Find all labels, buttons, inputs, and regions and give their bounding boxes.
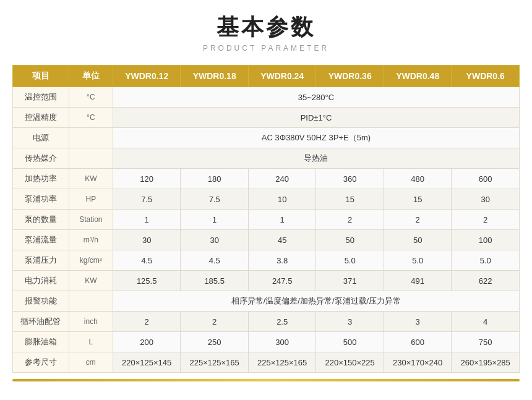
row-6-cell-2: 1 (248, 210, 316, 230)
row-4-cell-1: 180 (181, 169, 249, 189)
table-body: 温控范围°C35~280°C控温精度°CPID±1°C电源AC 3Φ380V 5… (13, 87, 520, 373)
row-5-cell-5: 30 (452, 189, 520, 210)
row-8-cell-2: 3.8 (248, 250, 316, 271)
header-cell-4: YWDR0.24 (248, 66, 316, 87)
row-13-cell-5: 260×195×285 (452, 352, 520, 373)
row-7-cell-0: 30 (113, 230, 181, 250)
row-12-cell-5: 750 (452, 332, 520, 352)
row-unit-11: inch (69, 312, 113, 332)
row-6-cell-1: 1 (181, 210, 249, 230)
row-5-cell-0: 7.5 (113, 189, 181, 210)
table-row: 电力消耗KW125.5185.5247.5371491622 (13, 271, 520, 291)
row-13-cell-3: 220×150×225 (316, 352, 384, 373)
table-row: 循环油配管inch222.5334 (13, 312, 520, 332)
table-row: 膨胀油箱L200250300500600750 (13, 332, 520, 352)
row-7-cell-1: 30 (181, 230, 249, 250)
row-label-11: 循环油配管 (13, 312, 69, 332)
header-cell-7: YWDR0.6 (452, 66, 520, 87)
row-6-cell-3: 2 (316, 210, 384, 230)
row-unit-7: m³/h (69, 230, 113, 250)
header-cell-0: 项目 (13, 66, 69, 87)
row-4-cell-3: 360 (316, 169, 384, 189)
header-cell-6: YWDR0.48 (384, 66, 452, 87)
row-8-cell-4: 5.0 (384, 250, 452, 271)
row-5-cell-4: 15 (384, 189, 452, 210)
row-label-9: 电力消耗 (13, 271, 69, 291)
row-9-cell-2: 247.5 (248, 271, 316, 291)
row-11-cell-0: 2 (113, 312, 181, 332)
header-cell-5: YWDR0.36 (316, 66, 384, 87)
row-label-7: 泵浦流量 (13, 230, 69, 250)
row-unit-4: KW (69, 169, 113, 189)
row-12-cell-4: 600 (384, 332, 452, 352)
table-row: 报警功能相序异常/温度偏差/加热异常/泵浦过载/压力异常 (13, 291, 520, 312)
row-12-cell-1: 250 (181, 332, 249, 352)
row-unit-0: °C (69, 87, 113, 108)
row-9-cell-4: 491 (384, 271, 452, 291)
row-7-cell-4: 50 (384, 230, 452, 250)
header-cell-2: YWDR0.12 (113, 66, 181, 87)
row-span-value-3: 导热油 (113, 148, 519, 169)
row-5-cell-3: 15 (316, 189, 384, 210)
row-6-cell-4: 2 (384, 210, 452, 230)
row-13-cell-4: 230×170×240 (384, 352, 452, 373)
row-12-cell-3: 500 (316, 332, 384, 352)
row-4-cell-2: 240 (248, 169, 316, 189)
row-unit-6: Station (69, 210, 113, 230)
row-unit-9: KW (69, 271, 113, 291)
table-header: 项目单位YWDR0.12YWDR0.18YWDR0.24YWDR0.36YWDR… (13, 66, 520, 87)
row-6-cell-0: 1 (113, 210, 181, 230)
row-span-value-0: 35~280°C (113, 87, 519, 108)
row-span-value-1: PID±1°C (113, 108, 519, 128)
bottom-bar (12, 379, 520, 381)
row-label-5: 泵浦功率 (13, 189, 69, 210)
row-9-cell-5: 622 (452, 271, 520, 291)
row-unit-12: L (69, 332, 113, 352)
row-4-cell-4: 480 (384, 169, 452, 189)
row-label-13: 参考尺寸 (13, 352, 69, 373)
row-label-6: 泵的数量 (13, 210, 69, 230)
row-label-12: 膨胀油箱 (13, 332, 69, 352)
row-7-cell-2: 45 (248, 230, 316, 250)
row-5-cell-1: 7.5 (181, 189, 249, 210)
table-row: 泵浦流量m³/h3030455050100 (13, 230, 520, 250)
row-unit-2 (69, 128, 113, 148)
row-5-cell-2: 10 (248, 189, 316, 210)
row-11-cell-5: 4 (452, 312, 520, 332)
row-13-cell-0: 220×125×145 (113, 352, 181, 373)
table-row: 电源AC 3Φ380V 50HZ 3P+E（5m) (13, 128, 520, 148)
row-9-cell-3: 371 (316, 271, 384, 291)
row-8-cell-5: 5.0 (452, 250, 520, 271)
row-6-cell-5: 2 (452, 210, 520, 230)
row-unit-10 (69, 291, 113, 312)
table-row: 传热媒介导热油 (13, 148, 520, 169)
table-row: 温控范围°C35~280°C (13, 87, 520, 108)
row-unit-8: kg/cm² (69, 250, 113, 271)
table-row: 参考尺寸cm220×125×145225×125×165225×125×1652… (13, 352, 520, 373)
table-row: 泵的数量Station111222 (13, 210, 520, 230)
row-unit-5: HP (69, 189, 113, 210)
row-11-cell-4: 3 (384, 312, 452, 332)
table-row: 加热功率KW120180240360480600 (13, 169, 520, 189)
row-label-2: 电源 (13, 128, 69, 148)
row-9-cell-1: 185.5 (181, 271, 249, 291)
row-11-cell-3: 3 (316, 312, 384, 332)
table-row: 控温精度°CPID±1°C (13, 108, 520, 128)
row-9-cell-0: 125.5 (113, 271, 181, 291)
header-cell-3: YWDR0.18 (181, 66, 249, 87)
row-11-cell-2: 2.5 (248, 312, 316, 332)
row-7-cell-3: 50 (316, 230, 384, 250)
row-8-cell-1: 4.5 (181, 250, 249, 271)
row-13-cell-2: 225×125×165 (248, 352, 316, 373)
table-row: 泵浦压力kg/cm²4.54.53.85.05.05.0 (13, 250, 520, 271)
row-label-8: 泵浦压力 (13, 250, 69, 271)
row-7-cell-5: 100 (452, 230, 520, 250)
row-label-10: 报警功能 (13, 291, 69, 312)
row-11-cell-1: 2 (181, 312, 249, 332)
row-4-cell-0: 120 (113, 169, 181, 189)
title-section: 基本参数 PRODUCT PARAMETER (203, 12, 329, 53)
product-parameter-table: 项目单位YWDR0.12YWDR0.18YWDR0.24YWDR0.36YWDR… (12, 65, 520, 373)
row-8-cell-3: 5.0 (316, 250, 384, 271)
header-row: 项目单位YWDR0.12YWDR0.18YWDR0.24YWDR0.36YWDR… (13, 66, 520, 87)
row-label-4: 加热功率 (13, 169, 69, 189)
